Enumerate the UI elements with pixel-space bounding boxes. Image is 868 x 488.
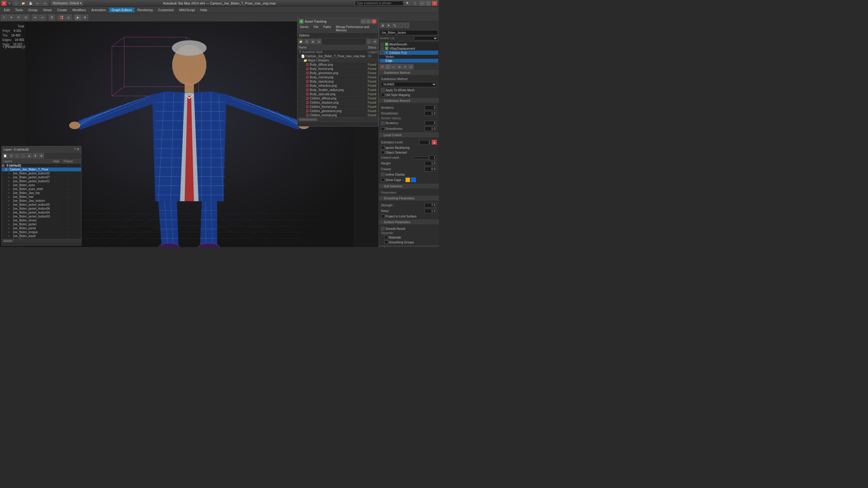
layer-manager-btn[interactable]: ☰ xyxy=(49,14,55,21)
maximize-btn[interactable]: □ xyxy=(426,1,431,6)
relax-input[interactable] xyxy=(425,209,437,213)
smoothness-input[interactable] xyxy=(425,111,437,116)
layer-up-btn[interactable]: ▲ xyxy=(27,153,32,158)
align-btn[interactable]: ═ xyxy=(39,14,46,21)
layer-remove-btn[interactable]: - xyxy=(21,153,26,158)
layer-item[interactable]: ○ Joe_Biden_Jaw_top ··· ··· xyxy=(2,191,81,195)
at-grid-btn[interactable]: ⊞ xyxy=(310,39,315,44)
at-row[interactable]: 🖼 Body_opacity.png Found xyxy=(298,79,378,84)
layer-item[interactable]: ○ Joe_Biden_jacket ··· ··· xyxy=(2,222,81,226)
at-options[interactable]: Options xyxy=(298,33,378,38)
at-close-btn[interactable]: ✕ xyxy=(372,19,376,24)
undo-btn[interactable]: ↩ xyxy=(34,1,41,6)
crease-input[interactable] xyxy=(425,167,437,171)
modifier-meshsmooth[interactable]: M MeshSmooth xyxy=(379,42,438,46)
menu-create[interactable]: Create xyxy=(55,7,69,12)
layer-item[interactable]: ○ Joe_Biden_leash ··· ··· xyxy=(2,234,81,238)
new-file-btn[interactable]: □ xyxy=(13,1,19,6)
at-menu-bitmap[interactable]: Bitmap Performance and Memory xyxy=(333,25,378,33)
project-limit-checkbox[interactable] xyxy=(381,215,384,218)
workspace-selector[interactable]: Workspace: Default ▾ xyxy=(51,1,83,5)
old-style-mapping-checkbox[interactable] xyxy=(381,93,384,97)
layer-item[interactable]: ○ Joe_Biden_tongue ··· ··· xyxy=(2,230,81,234)
at-folder-btn[interactable]: 📁 xyxy=(298,39,304,44)
at-body[interactable]: Name Status 🗄 Autodesk Vault Logged O 📄 … xyxy=(298,45,378,118)
layer-item[interactable]: ○ Joe_Biden_jacket_button01 ··· ··· xyxy=(2,179,81,183)
rotate-btn[interactable]: ↻ xyxy=(16,14,22,21)
menu-animation[interactable]: Animation xyxy=(89,7,108,12)
at-hscroll-thumb[interactable] xyxy=(299,119,317,121)
at-minimize-btn[interactable]: — xyxy=(361,19,366,24)
redo-btn[interactable]: ↪ xyxy=(41,1,48,6)
rp-icon2[interactable]: ⊞ xyxy=(386,23,391,28)
rp-icon3[interactable]: 🔧 xyxy=(392,23,397,28)
save-btn[interactable]: 💾 xyxy=(27,1,34,6)
render-smoothness-input[interactable] xyxy=(425,127,437,131)
layer-item[interactable]: ○ Joe_Biden_jacket_button07 ··· ··· xyxy=(2,175,81,179)
menu-modifiers[interactable]: Modifiers xyxy=(70,7,88,12)
at-menu-server[interactable]: Server xyxy=(298,25,311,33)
mirror-btn[interactable]: ⇔ xyxy=(32,14,38,21)
rp-toolbar-pin[interactable]: 📌 xyxy=(379,64,385,70)
layer-item[interactable]: ○ Joe_Biden_shoes ··· ··· xyxy=(2,218,81,222)
layer-add-btn[interactable]: + xyxy=(14,153,20,158)
subobject-level-input[interactable] xyxy=(419,140,431,144)
render-iterations-input[interactable] xyxy=(425,121,437,125)
modifier-vray-checkbox[interactable] xyxy=(380,47,384,50)
smooth-result-checkbox[interactable] xyxy=(381,227,384,230)
layer-item[interactable]: ○ Joe_Biden_eyes_shell ··· ··· xyxy=(2,187,81,191)
menu-tools[interactable]: Tools xyxy=(13,7,25,12)
close-btn[interactable]: ✕ xyxy=(432,1,437,6)
open-btn[interactable]: 📂 xyxy=(20,1,27,6)
layer-item[interactable]: ⊞ Cartoon_Joe_Biden_T_Pose ··· ··· xyxy=(2,167,81,171)
object-name-input[interactable] xyxy=(380,30,438,35)
at-row[interactable]: 🖼 Body_Scatter_radius.png Found xyxy=(298,88,378,92)
control-level-slider[interactable] xyxy=(412,157,429,159)
render-smooth-checkbox[interactable] xyxy=(381,127,384,131)
rp-toolbar-tab5[interactable]: ⊙ xyxy=(408,64,413,70)
subdivision-method-select[interactable]: NURMS xyxy=(381,82,437,87)
at-row[interactable]: 🖼 Body_normal.png Found xyxy=(298,75,378,79)
layer-down-btn[interactable]: ▼ xyxy=(33,153,38,158)
help-btn[interactable]: ? xyxy=(412,1,418,6)
modifier-vray[interactable]: V VRayDisplacement xyxy=(379,46,438,51)
rp-icon4[interactable]: ⬛ xyxy=(398,23,403,28)
at-menu-file[interactable]: File xyxy=(311,25,321,33)
at-row[interactable]: 🖼 Clothes_diffuse.png Found xyxy=(298,96,378,101)
at-info-btn[interactable]: ℹ xyxy=(316,39,321,44)
rp-toolbar-tab4[interactable]: ≡ xyxy=(402,64,408,70)
at-row[interactable]: 🗄 Autodesk Vault Logged O xyxy=(298,50,378,54)
scrollbar-thumb[interactable] xyxy=(3,240,12,242)
modifier-meshsmooth-checkbox[interactable] xyxy=(380,42,384,46)
menu-group[interactable]: Group xyxy=(26,7,40,12)
rp-icon5[interactable]: ⬛ xyxy=(404,23,409,28)
layer-list[interactable]: ⊟ 0 (default) • • ⊞ Cartoon_Joe_Biden_T_… xyxy=(2,164,81,239)
menu-maxscript[interactable]: MAXScript xyxy=(177,7,197,12)
render-iter-checkbox[interactable] xyxy=(381,121,384,125)
show-cage-color1[interactable] xyxy=(405,177,410,182)
at-refresh-btn[interactable]: ↻ xyxy=(304,39,310,44)
select-btn[interactable]: ↖ xyxy=(1,14,7,21)
layer-item[interactable]: ○ Joe_Biden ··· ··· xyxy=(2,238,81,239)
control-level-input[interactable] xyxy=(429,156,437,160)
menu-views[interactable]: Views xyxy=(40,7,54,12)
layer-item[interactable]: ○ Joe_Biden_jacket_button02 ··· ··· xyxy=(2,171,81,175)
at-row[interactable]: 🖼 Body_glossiness.png Found xyxy=(298,71,378,75)
layer-item[interactable]: ○ Joe_Biden_pants ··· ··· xyxy=(2,226,81,230)
minimize-btn[interactable]: — xyxy=(419,1,425,6)
rp-toolbar-tab3[interactable]: ⊡ xyxy=(397,64,402,70)
weight-input[interactable] xyxy=(425,161,437,166)
object-selected-checkbox[interactable] xyxy=(381,151,384,154)
menu-edit[interactable]: Edit xyxy=(1,7,12,12)
at-scrollbar-h[interactable] xyxy=(298,118,378,122)
layer-panel-close[interactable]: ✕ xyxy=(76,147,79,151)
modifier-editpoly[interactable]: E Editable Poly xyxy=(379,51,438,55)
at-row[interactable]: 🖼 Body_fresnel.png Found xyxy=(298,67,378,71)
rp-toolbar-tab2[interactable]: ▷ xyxy=(391,64,396,70)
layer-panel-scrollbar[interactable] xyxy=(2,239,81,242)
at-row[interactable]: 🖼 Clothes_displace.png Found xyxy=(298,101,378,105)
show-cage-checkbox[interactable] xyxy=(381,178,384,182)
at-row[interactable]: 🖼 Clothes_fresnel.png Found xyxy=(298,105,378,109)
layer-item[interactable]: ○ Joe_Biden_eyes ··· ··· xyxy=(2,183,81,187)
at-sort-btn[interactable]: ↕ xyxy=(366,39,372,44)
